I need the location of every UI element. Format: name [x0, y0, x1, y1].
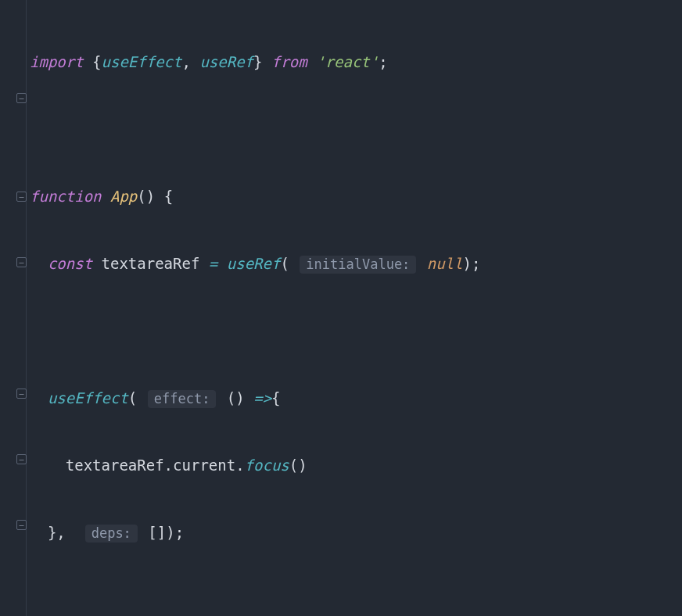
fold-marker-icon[interactable]: [16, 389, 27, 399]
punct: );: [463, 255, 481, 272]
punct: {: [164, 188, 173, 205]
fold-marker-icon[interactable]: [16, 454, 27, 464]
code-line: [30, 583, 682, 616]
keyword: function: [30, 188, 102, 205]
punct: (): [227, 389, 245, 406]
code-line: useEffect( effect: () =>{: [30, 381, 682, 414]
code-line: import {useEffect, useRef} from 'react';: [30, 45, 682, 78]
keyword: import: [30, 53, 84, 70]
identifier: textareaRef: [66, 457, 164, 474]
punct: (): [137, 188, 155, 205]
function-name: App: [110, 188, 137, 205]
code-line: [30, 314, 682, 347]
editor-gutter: [0, 0, 27, 616]
code-line: function App() {: [30, 180, 682, 213]
punct: {: [92, 53, 101, 70]
punct: },: [48, 524, 66, 541]
punct: {: [271, 389, 280, 406]
string: 'react': [316, 53, 379, 70]
code-editor[interactable]: import {useEffect, useRef} from 'react';…: [27, 0, 682, 616]
identifier: useRef: [199, 53, 253, 70]
punct: (: [128, 389, 137, 406]
code-line: const textareaRef = useRef( initialValue…: [30, 247, 682, 280]
null-literal: null: [427, 255, 463, 272]
identifier: textareaRef: [102, 255, 200, 272]
punct: (: [280, 255, 289, 272]
call: useEffect: [48, 389, 128, 406]
operator: =>: [253, 389, 271, 406]
punct: ;: [379, 53, 387, 70]
fold-marker-icon[interactable]: [16, 520, 27, 530]
punct: .: [235, 457, 244, 474]
code-line: textareaRef.current.focus(): [30, 449, 682, 482]
fold-marker-icon[interactable]: [16, 192, 27, 202]
call: useRef: [227, 255, 281, 272]
fold-marker-icon[interactable]: [16, 257, 27, 267]
punct: );: [166, 524, 184, 541]
inlay-hint: effect:: [148, 390, 217, 408]
method-call: focus: [245, 457, 289, 474]
identifier: current: [173, 457, 235, 474]
inlay-hint: deps:: [85, 525, 138, 543]
punct: .: [164, 457, 173, 474]
punct: []: [148, 524, 166, 541]
punct: ,: [182, 53, 191, 70]
code-line: }, deps: []);: [30, 516, 682, 549]
punct: (): [289, 457, 307, 474]
inlay-hint: initialValue:: [300, 256, 416, 274]
fold-marker-icon[interactable]: [16, 93, 27, 103]
operator: =: [209, 255, 217, 272]
keyword: const: [48, 255, 92, 272]
punct: }: [253, 53, 262, 70]
code-line: [30, 113, 682, 145]
keyword: from: [271, 53, 307, 70]
identifier: useEffect: [102, 53, 182, 70]
